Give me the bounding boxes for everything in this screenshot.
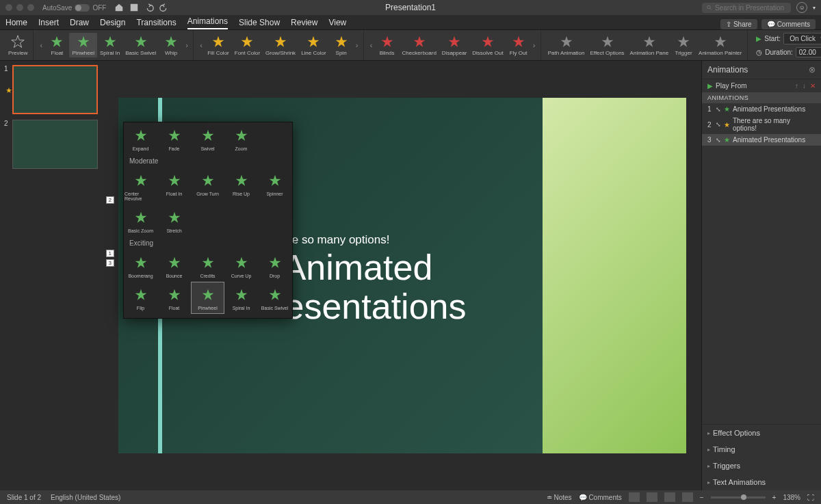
move-up-icon[interactable]: ↑ bbox=[795, 82, 798, 90]
anim-list-item[interactable]: 2 ⤡ ★ There are so many options! bbox=[702, 115, 821, 134]
share-button[interactable]: ⇪ Share bbox=[720, 19, 757, 29]
autosave-toggle[interactable]: AutoSave OFF bbox=[42, 4, 106, 12]
comments-button[interactable]: 💬 Comments bbox=[579, 494, 622, 501]
anim-tag-2[interactable]: 2 bbox=[106, 196, 114, 204]
anim-disappear[interactable]: Disappear bbox=[439, 33, 469, 57]
slideshow-view-icon[interactable] bbox=[682, 492, 693, 502]
gallery-next-icon[interactable]: › bbox=[354, 41, 361, 49]
feedback-icon[interactable]: ☺ bbox=[796, 2, 807, 13]
anim-basic-swivel[interactable]: Basic Swivel bbox=[122, 33, 159, 57]
zoom-level[interactable]: 138% bbox=[783, 494, 800, 501]
gallery-curve-up[interactable]: Curve Up bbox=[224, 250, 258, 282]
gallery-boomerang[interactable]: Boomerang bbox=[124, 250, 157, 282]
tab-view[interactable]: View bbox=[328, 18, 346, 29]
tab-slideshow[interactable]: Slide Show bbox=[239, 18, 280, 29]
accordion-timing[interactable]: Timing bbox=[702, 441, 821, 457]
anim-tag-1[interactable]: 1 bbox=[106, 250, 114, 257]
tab-insert[interactable]: Insert bbox=[38, 18, 59, 29]
gallery-next-icon[interactable]: › bbox=[183, 41, 190, 49]
zoom-in-icon[interactable]: + bbox=[772, 494, 777, 501]
language-indicator[interactable]: English (United States) bbox=[51, 494, 120, 501]
gallery-swivel[interactable]: Swivel bbox=[191, 122, 224, 155]
anim-spiral-in[interactable]: Spiral In bbox=[97, 33, 122, 57]
gallery-float-in[interactable]: Float In bbox=[157, 168, 191, 204]
preview-button[interactable]: Preview bbox=[5, 33, 30, 57]
gallery-prev-icon[interactable]: ‹ bbox=[368, 41, 375, 49]
gallery-drop[interactable]: Drop bbox=[258, 250, 291, 282]
tab-animations[interactable]: Animations bbox=[187, 16, 228, 29]
anim-checkerboard[interactable]: Checkerboard bbox=[400, 33, 439, 57]
redo-icon[interactable] bbox=[159, 3, 169, 12]
accordion-triggers[interactable]: Triggers bbox=[702, 457, 821, 474]
thumbnail-2[interactable]: 2 bbox=[4, 120, 99, 169]
anim-dissolve-out[interactable]: Dissolve Out bbox=[469, 33, 506, 57]
anim-tag-3[interactable]: 3 bbox=[106, 259, 114, 267]
anim-fill-color[interactable]: Fill Color bbox=[205, 33, 232, 57]
gallery-flip[interactable]: Flip bbox=[124, 282, 157, 314]
comments-button[interactable]: 💬 Comments bbox=[761, 19, 816, 29]
anim-trigger[interactable]: Trigger bbox=[671, 33, 696, 57]
accordion-text-animations[interactable]: Text Animations bbox=[702, 474, 821, 490]
notes-button[interactable]: ≐ Notes bbox=[547, 494, 572, 501]
anim-line-color[interactable]: Line Color bbox=[298, 33, 328, 57]
home-icon[interactable] bbox=[114, 3, 124, 12]
gallery-pinwheel[interactable]: Pinwheel bbox=[191, 282, 224, 314]
anim-spin[interactable]: Spin bbox=[329, 33, 354, 57]
anim-blinds[interactable]: Blinds bbox=[375, 33, 400, 57]
sorter-view-icon[interactable] bbox=[647, 492, 657, 502]
gallery-float[interactable]: Float bbox=[157, 282, 191, 314]
tab-home[interactable]: Home bbox=[5, 18, 27, 29]
tab-transitions[interactable]: Transitions bbox=[136, 18, 176, 29]
anim-animation-painter[interactable]: Animation Painter bbox=[696, 33, 744, 57]
gallery-spinner[interactable]: Spinner bbox=[258, 168, 291, 204]
anim-effect-options[interactable]: Effect Options bbox=[587, 33, 627, 57]
normal-view-icon[interactable] bbox=[629, 492, 640, 502]
anim-float[interactable]: Float bbox=[44, 33, 69, 57]
fit-icon[interactable]: ⛶ bbox=[807, 494, 814, 501]
duration-input[interactable]: 02.00 bbox=[796, 47, 821, 57]
gallery-zoom[interactable]: Zoom bbox=[224, 122, 258, 155]
anim-fly-out[interactable]: Fly Out bbox=[506, 33, 531, 57]
anim-pinwheel[interactable]: Pinwheel bbox=[69, 33, 96, 57]
gallery-spiral-in[interactable]: Spiral In bbox=[224, 282, 258, 314]
anim-list-item[interactable]: 1 ⤡ ★ Animated Presentations bbox=[702, 103, 821, 115]
gallery-basic-zoom[interactable]: Basic Zoom bbox=[124, 204, 157, 237]
gallery-center-revolve[interactable]: Center Revolve bbox=[124, 168, 157, 204]
anim-path-animation[interactable]: Path Animation bbox=[545, 33, 588, 57]
gallery-expand[interactable]: Expand bbox=[124, 122, 157, 155]
chevron-down-icon[interactable]: ▾ bbox=[813, 5, 816, 11]
gallery-credits[interactable]: Credits bbox=[191, 250, 224, 282]
reading-view-icon[interactable] bbox=[664, 492, 675, 502]
start-select[interactable]: On Click bbox=[783, 33, 821, 44]
gallery-next-icon[interactable]: › bbox=[531, 41, 538, 49]
anim-whip[interactable]: Whip bbox=[159, 33, 183, 57]
move-down-icon[interactable]: ↓ bbox=[803, 82, 806, 90]
close-icon[interactable]: ⊗ bbox=[809, 65, 816, 75]
gallery-prev-icon[interactable]: ‹ bbox=[38, 41, 44, 49]
play-from-button[interactable]: ▶ Play From ↑ ↓ ✕ bbox=[702, 79, 821, 92]
search-input[interactable] bbox=[715, 4, 787, 12]
tab-review[interactable]: Review bbox=[291, 18, 317, 29]
zoom-slider[interactable] bbox=[711, 496, 766, 499]
gallery-grow-turn[interactable]: Grow Turn bbox=[191, 168, 224, 204]
gallery-stretch[interactable]: Stretch bbox=[157, 204, 191, 237]
undo-icon[interactable] bbox=[144, 3, 154, 12]
anim-grow-shrink[interactable]: Grow/Shrink bbox=[263, 33, 298, 57]
anim-list-item[interactable]: 3 ⤡ ★ Animated Presentations bbox=[702, 134, 821, 146]
zoom-out-icon[interactable]: − bbox=[700, 494, 704, 501]
delete-icon[interactable]: ✕ bbox=[810, 82, 816, 90]
thumbnail-1[interactable]: 1 bbox=[4, 65, 99, 114]
gallery-rise-up[interactable]: Rise Up bbox=[224, 168, 258, 204]
tab-design[interactable]: Design bbox=[100, 18, 125, 29]
search-box[interactable] bbox=[702, 3, 791, 13]
anim-font-color[interactable]: Font Color bbox=[232, 33, 263, 57]
tab-draw[interactable]: Draw bbox=[70, 18, 89, 29]
gallery-basic-swivel[interactable]: Basic Swivel bbox=[258, 282, 291, 314]
accordion-effect-options[interactable]: Effect Options bbox=[702, 425, 821, 441]
save-icon[interactable] bbox=[129, 3, 139, 12]
anim-animation-pane[interactable]: Animation Pane bbox=[627, 33, 671, 57]
window-controls[interactable] bbox=[5, 4, 34, 11]
gallery-fade[interactable]: Fade bbox=[157, 122, 191, 155]
gallery-prev-icon[interactable]: ‹ bbox=[198, 41, 205, 49]
gallery-bounce[interactable]: Bounce bbox=[157, 250, 191, 282]
